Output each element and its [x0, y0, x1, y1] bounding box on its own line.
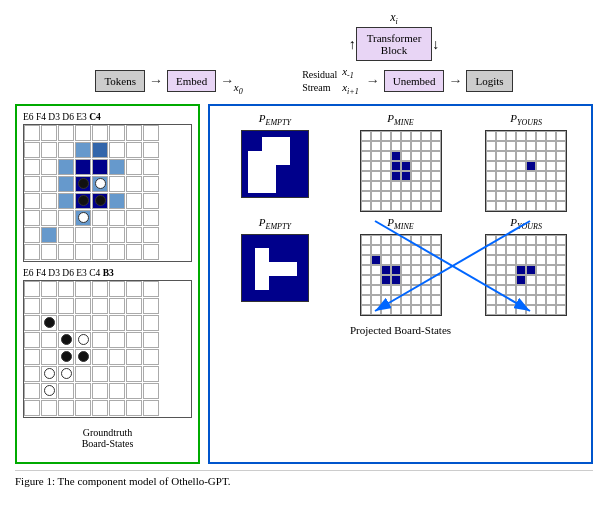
yc2 [516, 275, 526, 285]
mc [411, 171, 421, 181]
b2-cell [126, 366, 142, 382]
white-piece [95, 178, 106, 189]
mc2 [381, 305, 391, 315]
yc2 [536, 265, 546, 275]
mc2 [371, 255, 381, 265]
mc [431, 161, 441, 171]
logits-box: Logits [466, 70, 512, 92]
b2-cell [58, 349, 74, 365]
x-labels: x-1 xi+1 [342, 65, 359, 95]
mc2 [431, 245, 441, 255]
yc [526, 181, 536, 191]
yc2 [506, 235, 516, 245]
b1-cell [75, 244, 91, 260]
mc [381, 131, 391, 141]
yc [486, 181, 496, 191]
proj-cell [248, 179, 276, 193]
yc [546, 201, 556, 211]
b1-cell [109, 176, 125, 192]
b2-cell [41, 315, 57, 331]
mc2 [381, 255, 391, 265]
b1-cell [143, 142, 159, 158]
b2-cell [58, 298, 74, 314]
b1-cell [41, 227, 57, 243]
mc2 [391, 305, 401, 315]
mc [401, 161, 411, 171]
b1-cell [58, 210, 74, 226]
yc2 [506, 275, 516, 285]
mc [381, 171, 391, 181]
mc2 [421, 275, 431, 285]
proj-mine-1: PMINE [342, 112, 460, 212]
mc2 [371, 265, 381, 275]
mc [391, 161, 401, 171]
mc [391, 151, 401, 161]
b1-cell [75, 210, 91, 226]
yc [546, 141, 556, 151]
b2-cell [24, 349, 40, 365]
projected-label: Projected Board-States [216, 324, 585, 336]
yc [536, 131, 546, 141]
embed-box: Embed [167, 70, 216, 92]
yc [556, 201, 566, 211]
yc2 [486, 295, 496, 305]
mc [421, 191, 431, 201]
mc2 [371, 275, 381, 285]
yc2 [536, 245, 546, 255]
mc [411, 181, 421, 191]
yc [546, 131, 556, 141]
b1-cell [41, 210, 57, 226]
yc2 [536, 235, 546, 245]
yc2 [486, 255, 496, 265]
mc [361, 201, 371, 211]
mc2 [431, 265, 441, 275]
mc2 [391, 265, 401, 275]
mc [371, 171, 381, 181]
mc2 [371, 305, 381, 315]
yc [536, 191, 546, 201]
mc [431, 201, 441, 211]
yc2 [546, 295, 556, 305]
proj-mine-board-2 [360, 234, 442, 316]
mc [411, 131, 421, 141]
mc [371, 151, 381, 161]
proj-mine-board-1 [360, 130, 442, 212]
yc [556, 141, 566, 151]
b1-cell [126, 244, 142, 260]
b1-cell [75, 227, 91, 243]
mc [391, 191, 401, 201]
board2-grid [23, 280, 192, 418]
mc [371, 191, 381, 201]
mc [391, 181, 401, 191]
mc [421, 201, 431, 211]
mc [391, 171, 401, 181]
b1-cell [24, 227, 40, 243]
yc [506, 151, 516, 161]
mc2 [371, 245, 381, 255]
mc2 [431, 275, 441, 285]
yc2 [526, 275, 536, 285]
mc [381, 201, 391, 211]
white-piece [78, 212, 89, 223]
b2-cell [126, 315, 142, 331]
mc2 [361, 255, 371, 265]
b2-cell [41, 281, 57, 297]
proj-cell [248, 165, 262, 179]
b2-cell [75, 315, 91, 331]
yc2 [546, 255, 556, 265]
mc2 [391, 235, 401, 245]
b2-cell [109, 383, 125, 399]
mc2 [381, 235, 391, 245]
b1-cell [75, 125, 91, 141]
yc2 [546, 275, 556, 285]
b2-cell [109, 298, 125, 314]
yc2 [556, 245, 566, 255]
b1-cell [41, 142, 57, 158]
mc [421, 151, 431, 161]
mc [371, 181, 381, 191]
proj-cell [262, 137, 276, 151]
residual-label2: Stream [302, 81, 330, 94]
yc [496, 141, 506, 151]
b1-cell [109, 193, 125, 209]
arrow4: → [448, 73, 462, 89]
